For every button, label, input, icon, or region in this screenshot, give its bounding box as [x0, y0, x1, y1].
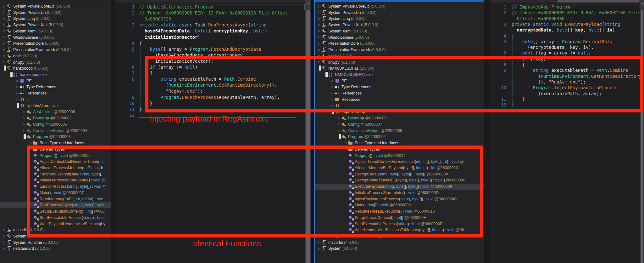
- chevron-collapsed-icon[interactable]: ▷: [3, 16, 6, 22]
- tree-row[interactable]: ▷NMXCJKLSDF11.Properties: [315, 233, 484, 239]
- scrollbar-left-editor[interactable]: ▲: [305, 0, 311, 263]
- chevron-collapsed-icon[interactable]: ▷: [3, 47, 6, 53]
- tree-row[interactable]: Main() : void @0600000C: [0, 190, 111, 196]
- tree-row[interactable]: ▷Config @02000005: [0, 121, 111, 127]
- tree-row[interactable]: ▷PE: [315, 78, 484, 84]
- tree-row[interactable]: AllocateMemoryForPayload(byte[], int, in…: [315, 165, 484, 171]
- tree-row[interactable]: DecryptData(string, byte[], byte[]) : by…: [315, 171, 484, 177]
- tree-row[interactable]: ▷PE: [0, 78, 111, 84]
- chevron-expanded-icon[interactable]: [337, 134, 341, 139]
- tree-row[interactable]: ▷AesUtilities @02000008: [0, 109, 111, 115]
- chevron-collapsed-icon[interactable]: ▷: [318, 246, 321, 252]
- tree-row[interactable]: FetchAndDecryptData(string, byte[],: [0, 171, 111, 177]
- tree-row[interactable]: ▷System.Linq (5.0.0.0): [315, 16, 484, 22]
- tree-row[interactable]: ▷netstandard (2.1.0.0): [0, 246, 111, 252]
- chevron-collapsed-icon[interactable]: ▷: [3, 233, 6, 239]
- splitter-left[interactable]: [111, 0, 115, 263]
- tree-row[interactable]: ▷mscorlib (4.0.0.0): [315, 239, 484, 245]
- scrollbar-right-editor[interactable]: ▲: [640, 0, 644, 263]
- tree-row[interactable]: ExecutePayload(string, byte[], byte[]) :…: [315, 184, 484, 190]
- chevron-collapsed-icon[interactable]: ▷: [16, 90, 19, 96]
- chevron-collapsed-icon[interactable]: ▷: [331, 233, 335, 239]
- tree-row[interactable]: WriteHeadersAndSectionsToMemory(byte[], …: [315, 227, 484, 233]
- chevron-collapsed-icon[interactable]: ▷: [318, 53, 321, 59]
- chevron-collapsed-icon[interactable]: ▷: [22, 115, 26, 121]
- tree-row[interactable]: DecryptUsingTripleDES(byte[], byte[], by…: [315, 177, 484, 183]
- tree-row[interactable]: ▷Config @02000007: [315, 121, 484, 127]
- tree-row[interactable]: InjectPayloadIntoProcess(string, byte[])…: [315, 196, 484, 202]
- chevron-collapsed-icon[interactable]: ▷: [3, 239, 6, 245]
- tree-row[interactable]: ▷dnSpy (6.1.8.0): [0, 59, 111, 65]
- tree-row[interactable]: ▷Derived Types: [315, 146, 484, 152]
- chevron-collapsed-icon[interactable]: ▷: [3, 3, 6, 9]
- tree-row[interactable]: ▷-: [0, 96, 111, 102]
- tree-row[interactable]: SetupExecutionContext() : int[] @060: [0, 209, 111, 214]
- chevron-collapsed-icon[interactable]: ▷: [318, 9, 321, 15]
- tree-row[interactable]: ▷System.Private.Xml (5.0.0.0): [0, 22, 111, 28]
- tree-row[interactable]: AllocateProcessMemory(IntPtr, int, b: [0, 165, 111, 171]
- chevron-collapsed-icon[interactable]: ▷: [318, 34, 321, 40]
- chevron-collapsed-icon[interactable]: ▷: [318, 28, 321, 34]
- scrollbar-thumb[interactable]: [306, 10, 310, 263]
- chevron-collapsed-icon[interactable]: ▷: [318, 239, 321, 245]
- chevron-collapsed-icon[interactable]: ▷: [3, 9, 6, 15]
- tree-row[interactable]: ▷System.Private.CoreLib (5.0.0.0): [0, 3, 111, 9]
- tree-row[interactable]: ReadMemory(IntPtr, int, ref int) : boo: [0, 196, 111, 202]
- assembly-explorer-left[interactable]: ▷System.Private.CoreLib (5.0.0.0)▷System…: [0, 0, 111, 263]
- chevron-collapsed-icon[interactable]: ▷: [22, 109, 26, 115]
- chevron-expanded-icon[interactable]: [3, 66, 6, 71]
- tree-row[interactable]: ▷PresentationCore (5.0.0.0): [315, 41, 484, 47]
- tree-row[interactable]: SetupThreadContext() : int[] @0600000F: [315, 214, 484, 220]
- tree-row[interactable]: StartExecutableProcess(string) : bool: [0, 214, 111, 220]
- splitter-right[interactable]: [484, 0, 490, 263]
- tree-row[interactable]: InitializeProcessStartupInfo() : void @: [0, 177, 111, 183]
- tree-row[interactable]: NMXCJKLSDF11.exe: [315, 72, 484, 78]
- chevron-collapsed-icon[interactable]: ▷: [331, 103, 335, 109]
- tree-row[interactable]: ▷Type References: [315, 84, 484, 90]
- scroll-up-icon[interactable]: ▲: [640, 2, 644, 5]
- chevron-collapsed-icon[interactable]: ▷: [318, 41, 321, 47]
- code-editor-left[interactable]: 1// UpdateAlternative.Program2// Token: …: [115, 0, 305, 263]
- chevron-collapsed-icon[interactable]: ▷: [337, 115, 341, 121]
- chevron-collapsed-icon[interactable]: ▷: [344, 140, 348, 146]
- tree-row[interactable]: ▷dnSpy (6.1.8.0): [315, 59, 484, 65]
- tree-row[interactable]: ▷References: [315, 90, 484, 96]
- tree-row[interactable]: ▷Resources: [315, 96, 484, 102]
- chevron-collapsed-icon[interactable]: ▷: [16, 96, 19, 102]
- chevron-collapsed-icon[interactable]: ▷: [29, 140, 33, 146]
- chevron-collapsed-icon[interactable]: ▷: [331, 84, 335, 90]
- tree-row[interactable]: hanzooooo.exe: [0, 72, 111, 78]
- tree-row[interactable]: Main(string[]) : void @06000008: [315, 202, 484, 208]
- chevron-collapsed-icon[interactable]: ▷: [29, 146, 33, 152]
- tree-row[interactable]: ▷System.Private.CoreLib (5.0.0.0): [315, 3, 484, 9]
- tree-row[interactable]: ▷Base Type and Interfaces: [315, 140, 484, 146]
- tree-row[interactable]: ▷dnlib (3.3.2.0): [0, 53, 111, 59]
- chevron-collapsed-icon[interactable]: ▷: [318, 59, 321, 65]
- tree-row[interactable]: WritePayloadHeadersAndSections(by: [0, 221, 111, 227]
- chevron-collapsed-icon[interactable]: ▷: [337, 121, 341, 127]
- chevron-collapsed-icon[interactable]: ▷: [16, 84, 19, 90]
- decompiler-pane-right[interactable]: 1// ImprovedApp.Program2// Token: 0x0600…: [490, 0, 640, 263]
- scrollbar-thumb[interactable]: [641, 10, 643, 263]
- tree-row[interactable]: AdjustThreadContextForExecution(int, int…: [315, 159, 484, 165]
- tree-row[interactable]: ▷dnlib (3.3.2.0): [315, 53, 484, 59]
- chevron-collapsed-icon[interactable]: ▷: [318, 3, 321, 9]
- tree-row[interactable]: ▷System.Private.Uri (5.0.0.0): [315, 9, 484, 15]
- chevron-collapsed-icon[interactable]: ▷: [331, 90, 335, 96]
- chevron-expanded-icon[interactable]: [324, 72, 328, 77]
- code-editor-right[interactable]: 1// ImprovedApp.Program2// Token: 0x0600…: [490, 0, 640, 263]
- tree-row[interactable]: ▷ConversionHelper @02000004: [0, 128, 111, 134]
- chevron-collapsed-icon[interactable]: ▷: [22, 128, 26, 134]
- scroll-up-icon[interactable]: ▲: [305, 2, 311, 5]
- chevron-collapsed-icon[interactable]: ▷: [3, 246, 6, 252]
- tree-row[interactable]: ▷WindowsBase (5.0.0.0): [0, 34, 111, 40]
- tree-row[interactable]: ▷BaseApp @02000006: [315, 115, 484, 121]
- tree-row[interactable]: Program() : void @06000017: [0, 152, 111, 158]
- chevron-collapsed-icon[interactable]: ▷: [3, 227, 6, 233]
- decompiler-pane-left[interactable]: 1// UpdateAlternative.Program2// Token: …: [115, 0, 305, 263]
- tree-row[interactable]: ▷Base Type and Interfaces: [0, 140, 111, 146]
- tree-row[interactable]: AdjustContextAndResumeThread(int: [0, 159, 111, 165]
- tree-row[interactable]: ▷PresentationFramework (5.0.0.0): [315, 47, 484, 53]
- tree-row[interactable]: ▷System (4.0.0.0): [0, 233, 111, 239]
- chevron-collapsed-icon[interactable]: ▷: [3, 28, 6, 34]
